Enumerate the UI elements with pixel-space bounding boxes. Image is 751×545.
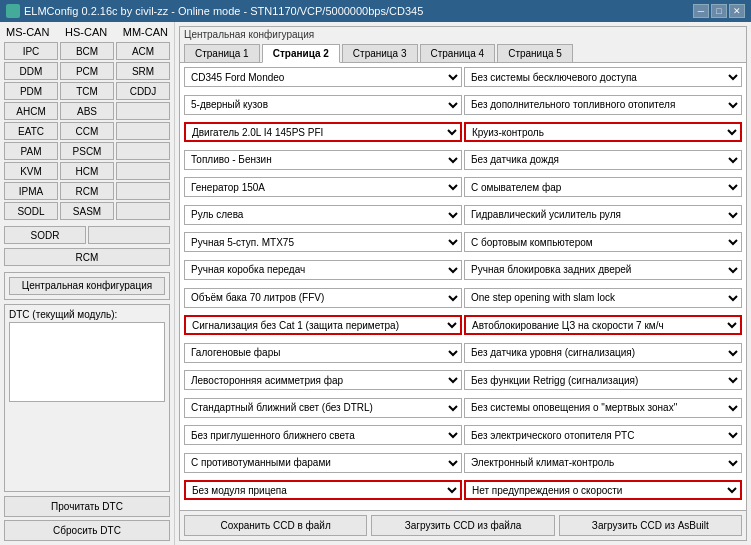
nav-pscm[interactable]: PSCM xyxy=(60,142,114,160)
load-ccd-file-button[interactable]: Загрузить CCD из файла xyxy=(371,515,554,536)
right-select-13[interactable]: Без электрического отопителя PTC xyxy=(464,425,742,445)
config-grid: CD345 Ford MondeoБез системы бесключевог… xyxy=(180,63,746,510)
nav-sodr[interactable]: SODR xyxy=(4,226,86,244)
nav-ipc[interactable]: IPC xyxy=(4,42,58,60)
nav-empty-1 xyxy=(116,102,170,120)
left-select-1[interactable]: 5-дверный кузов xyxy=(184,95,462,115)
read-dtc-button[interactable]: Прочитать DTC xyxy=(4,496,170,517)
tabs-row: Страница 1 Страница 2 Страница 3 Страниц… xyxy=(180,42,746,63)
left-select-8[interactable]: Объём бака 70 литров (FFV) xyxy=(184,288,462,308)
nav-rcm2[interactable]: RCM xyxy=(4,248,170,266)
tab-page5[interactable]: Страница 5 xyxy=(497,44,573,62)
nav-hcm[interactable]: HCM xyxy=(60,162,114,180)
right-select-11[interactable]: Без функции Retrigg (сигнализация) xyxy=(464,370,742,390)
bottom-buttons: Прочитать DTC Сбросить DTC xyxy=(4,496,170,541)
reset-dtc-button[interactable]: Сбросить DTC xyxy=(4,520,170,541)
right-select-7[interactable]: Ручная блокировка задних дверей xyxy=(464,260,742,280)
tab-page1[interactable]: Страница 1 xyxy=(184,44,260,62)
nav-pcm[interactable]: PCM xyxy=(60,62,114,80)
right-select-1[interactable]: Без дополнительного топливного отопителя xyxy=(464,95,742,115)
right-panel: Центральная конфигурация Страница 1 Стра… xyxy=(175,22,751,545)
ms-can-header: MS-CAN xyxy=(6,26,49,38)
central-config-group: Центральная конфигурация xyxy=(4,272,170,300)
central-config-box: Центральная конфигурация Страница 1 Стра… xyxy=(179,26,747,541)
left-select-0[interactable]: CD345 Ford Mondeo xyxy=(184,67,462,87)
nav-pam[interactable]: PAM xyxy=(4,142,58,160)
tab-page2[interactable]: Страница 2 xyxy=(262,44,340,63)
dtc-group: DTC (текущий модуль): xyxy=(4,304,170,492)
nav-ddm[interactable]: DDM xyxy=(4,62,58,80)
mm-can-header: MM-CAN xyxy=(123,26,168,38)
nav-ahcm[interactable]: AHCM xyxy=(4,102,58,120)
left-select-14[interactable]: С противотуманными фарами xyxy=(184,453,462,473)
tab-page3[interactable]: Страница 3 xyxy=(342,44,418,62)
nav-cddj[interactable]: CDDJ xyxy=(116,82,170,100)
left-select-9[interactable]: Сигнализация без Cat 1 (защита периметра… xyxy=(184,315,462,335)
nav-kvm[interactable]: KVM xyxy=(4,162,58,180)
title-bar: ELMConfig 0.2.16c by civil-zz - Online m… xyxy=(0,0,751,22)
left-select-13[interactable]: Без приглушенного ближнего света xyxy=(184,425,462,445)
nav-eatc[interactable]: EATC xyxy=(4,122,58,140)
nav-pdm[interactable]: PDM xyxy=(4,82,58,100)
save-ccd-button[interactable]: Сохранить CCD в файл xyxy=(184,515,367,536)
left-select-4[interactable]: Генератор 150A xyxy=(184,177,462,197)
nav-bcm[interactable]: BCM xyxy=(60,42,114,60)
right-select-9[interactable]: Автоблокирование ЦЗ на скорости 7 км/ч xyxy=(464,315,742,335)
minimize-button[interactable]: ─ xyxy=(693,4,709,18)
right-select-8[interactable]: One step opening with slam lock xyxy=(464,288,742,308)
right-select-15[interactable]: Нет предупреждения о скорости xyxy=(464,480,742,500)
right-select-14[interactable]: Электронный климат-контроль xyxy=(464,453,742,473)
right-select-10[interactable]: Без датчика уровня (сигнализация) xyxy=(464,343,742,363)
nav-empty-6 xyxy=(116,202,170,220)
nav-acm[interactable]: ACM xyxy=(116,42,170,60)
can-headers: MS-CAN HS-CAN MM-CAN xyxy=(4,26,170,38)
nav-sasm[interactable]: SASM xyxy=(60,202,114,220)
dtc-textarea[interactable] xyxy=(9,322,165,402)
nav-empty-7 xyxy=(88,226,170,244)
left-select-3[interactable]: Топливо - Бензин xyxy=(184,150,462,170)
nav-grid: IPC BCM ACM DDM PCM SRM PDM TCM CDDJ AHC… xyxy=(4,42,170,220)
left-select-12[interactable]: Стандартный ближний свет (без DTRL) xyxy=(184,398,462,418)
left-select-6[interactable]: Ручная 5-ступ. MTX75 xyxy=(184,232,462,252)
right-select-2[interactable]: Круиз-контроль xyxy=(464,122,742,142)
left-select-2[interactable]: Двигатель 2.0L I4 145PS PFI xyxy=(184,122,462,142)
left-select-7[interactable]: Ручная коробка передач xyxy=(184,260,462,280)
nav-srm[interactable]: SRM xyxy=(116,62,170,80)
nav-empty-4 xyxy=(116,162,170,180)
nav-rcm[interactable]: RCM xyxy=(60,182,114,200)
nav-ccm[interactable]: CCM xyxy=(60,122,114,140)
app-icon xyxy=(6,4,20,18)
right-select-6[interactable]: С бортовым компьютером xyxy=(464,232,742,252)
nav-abs[interactable]: ABS xyxy=(60,102,114,120)
right-select-12[interactable]: Без системы оповещения о "мертвых зонах" xyxy=(464,398,742,418)
right-select-4[interactable]: С омывателем фар xyxy=(464,177,742,197)
hs-can-header: HS-CAN xyxy=(65,26,107,38)
bottom-bar: Сохранить CCD в файл Загрузить CCD из фа… xyxy=(180,510,746,540)
maximize-button[interactable]: □ xyxy=(711,4,727,18)
nav-ipma[interactable]: IPMA xyxy=(4,182,58,200)
close-button[interactable]: ✕ xyxy=(729,4,745,18)
nav-tcm[interactable]: TCM xyxy=(60,82,114,100)
load-ccd-asbuilt-button[interactable]: Загрузить CCD из AsBuilt xyxy=(559,515,742,536)
left-panel: MS-CAN HS-CAN MM-CAN IPC BCM ACM DDM PCM… xyxy=(0,22,175,545)
left-select-11[interactable]: Левосторонняя асимметрия фар xyxy=(184,370,462,390)
central-config-btn[interactable]: Центральная конфигурация xyxy=(9,277,165,295)
right-select-0[interactable]: Без системы бесключевого доступа xyxy=(464,67,742,87)
right-select-5[interactable]: Гидравлический усилитель руля xyxy=(464,205,742,225)
central-config-title: Центральная конфигурация xyxy=(180,27,746,42)
left-select-10[interactable]: Галогеновые фары xyxy=(184,343,462,363)
dtc-label: DTC (текущий модуль): xyxy=(9,309,165,320)
title-bar-title: ELMConfig 0.2.16c by civil-zz - Online m… xyxy=(24,5,423,17)
right-select-3[interactable]: Без датчика дождя xyxy=(464,150,742,170)
nav-empty-3 xyxy=(116,142,170,160)
left-select-5[interactable]: Руль слева xyxy=(184,205,462,225)
nav-empty-5 xyxy=(116,182,170,200)
tab-page4[interactable]: Страница 4 xyxy=(420,44,496,62)
left-select-15[interactable]: Без модуля прицепа xyxy=(184,480,462,500)
nav-sodl[interactable]: SODL xyxy=(4,202,58,220)
nav-empty-2 xyxy=(116,122,170,140)
